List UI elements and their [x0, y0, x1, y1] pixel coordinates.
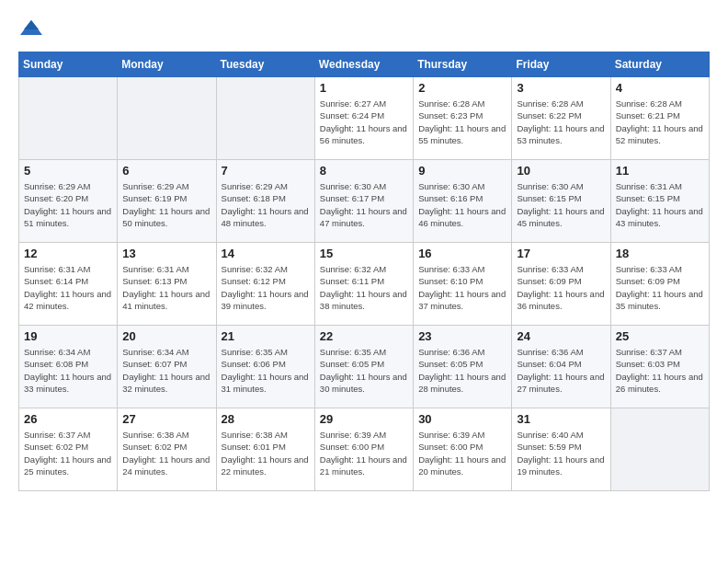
- calendar-cell: 19Sunrise: 6:34 AM Sunset: 6:08 PM Dayli…: [19, 326, 118, 408]
- day-info: Sunrise: 6:39 AM Sunset: 6:00 PM Dayligh…: [418, 429, 506, 477]
- weekday-header-sunday: Sunday: [19, 52, 118, 77]
- day-number: 20: [122, 329, 210, 343]
- day-info: Sunrise: 6:32 AM Sunset: 6:12 PM Dayligh…: [222, 263, 310, 312]
- day-info: Sunrise: 6:40 AM Sunset: 5:59 PM Dayligh…: [517, 429, 605, 477]
- calendar-table: SundayMondayTuesdayWednesdayThursdayFrid…: [18, 52, 710, 491]
- calendar-cell: 10Sunrise: 6:30 AM Sunset: 6:15 PM Dayli…: [512, 160, 610, 243]
- logo: [18, 18, 44, 37]
- day-info: Sunrise: 6:29 AM Sunset: 6:18 PM Dayligh…: [222, 180, 310, 229]
- day-info: Sunrise: 6:39 AM Sunset: 6:00 PM Dayligh…: [320, 429, 408, 477]
- calendar-cell: 30Sunrise: 6:39 AM Sunset: 6:00 PM Dayli…: [414, 408, 512, 491]
- calendar-cell: 2Sunrise: 6:28 AM Sunset: 6:23 PM Daylig…: [414, 77, 512, 160]
- day-number: 17: [517, 247, 605, 260]
- day-info: Sunrise: 6:32 AM Sunset: 6:11 PM Dayligh…: [320, 263, 408, 312]
- day-info: Sunrise: 6:28 AM Sunset: 6:23 PM Dayligh…: [418, 98, 506, 146]
- calendar-cell: 18Sunrise: 6:33 AM Sunset: 6:09 PM Dayli…: [610, 243, 709, 326]
- day-number: 15: [320, 247, 408, 260]
- calendar-cell: [216, 77, 314, 160]
- day-number: 1: [320, 81, 408, 95]
- svg-marker-1: [24, 20, 39, 29]
- generalblue-icon: [18, 18, 44, 37]
- calendar-cell: 8Sunrise: 6:30 AM Sunset: 6:17 PM Daylig…: [314, 160, 413, 243]
- calendar-cell: 6Sunrise: 6:29 AM Sunset: 6:19 PM Daylig…: [118, 160, 216, 243]
- day-number: 3: [517, 81, 605, 95]
- day-number: 14: [222, 247, 310, 260]
- calendar-cell: 20Sunrise: 6:34 AM Sunset: 6:07 PM Dayli…: [118, 326, 216, 408]
- day-info: Sunrise: 6:30 AM Sunset: 6:17 PM Dayligh…: [320, 180, 408, 229]
- day-info: Sunrise: 6:33 AM Sunset: 6:09 PM Dayligh…: [517, 263, 605, 312]
- day-number: 22: [320, 329, 408, 343]
- day-number: 9: [418, 164, 506, 178]
- day-info: Sunrise: 6:28 AM Sunset: 6:22 PM Dayligh…: [517, 98, 605, 146]
- day-number: 11: [616, 164, 704, 178]
- day-info: Sunrise: 6:30 AM Sunset: 6:15 PM Dayligh…: [517, 180, 605, 229]
- day-info: Sunrise: 6:27 AM Sunset: 6:24 PM Dayligh…: [320, 98, 408, 146]
- day-number: 29: [320, 412, 408, 426]
- calendar-cell: 15Sunrise: 6:32 AM Sunset: 6:11 PM Dayli…: [314, 243, 413, 326]
- day-number: 21: [222, 329, 310, 343]
- day-info: Sunrise: 6:29 AM Sunset: 6:20 PM Dayligh…: [24, 180, 112, 229]
- day-info: Sunrise: 6:31 AM Sunset: 6:13 PM Dayligh…: [122, 263, 210, 312]
- weekday-header-wednesday: Wednesday: [314, 52, 413, 77]
- calendar-cell: 4Sunrise: 6:28 AM Sunset: 6:21 PM Daylig…: [610, 77, 709, 160]
- calendar-cell: 5Sunrise: 6:29 AM Sunset: 6:20 PM Daylig…: [19, 160, 118, 243]
- calendar-cell: 16Sunrise: 6:33 AM Sunset: 6:10 PM Dayli…: [414, 243, 512, 326]
- day-number: 24: [517, 329, 605, 343]
- calendar-cell: 17Sunrise: 6:33 AM Sunset: 6:09 PM Dayli…: [512, 243, 610, 326]
- day-info: Sunrise: 6:28 AM Sunset: 6:21 PM Dayligh…: [616, 98, 704, 146]
- day-number: 31: [517, 412, 605, 426]
- day-number: 7: [222, 164, 310, 178]
- day-info: Sunrise: 6:35 AM Sunset: 6:05 PM Dayligh…: [320, 346, 408, 395]
- calendar-cell: 23Sunrise: 6:36 AM Sunset: 6:05 PM Dayli…: [414, 326, 512, 408]
- weekday-header-saturday: Saturday: [610, 52, 709, 77]
- calendar-cell: [118, 77, 216, 160]
- day-info: Sunrise: 6:35 AM Sunset: 6:06 PM Dayligh…: [222, 346, 310, 395]
- day-info: Sunrise: 6:37 AM Sunset: 6:03 PM Dayligh…: [616, 346, 704, 395]
- day-number: 25: [616, 329, 704, 343]
- calendar-cell: 9Sunrise: 6:30 AM Sunset: 6:16 PM Daylig…: [414, 160, 512, 243]
- calendar-cell: 28Sunrise: 6:38 AM Sunset: 6:01 PM Dayli…: [216, 408, 314, 491]
- page-header: [18, 18, 710, 37]
- calendar-cell: 22Sunrise: 6:35 AM Sunset: 6:05 PM Dayli…: [314, 326, 413, 408]
- day-info: Sunrise: 6:30 AM Sunset: 6:16 PM Dayligh…: [418, 180, 506, 229]
- day-number: 10: [517, 164, 605, 178]
- calendar-cell: 3Sunrise: 6:28 AM Sunset: 6:22 PM Daylig…: [512, 77, 610, 160]
- calendar-cell: 31Sunrise: 6:40 AM Sunset: 5:59 PM Dayli…: [512, 408, 610, 491]
- day-number: 5: [24, 164, 112, 178]
- calendar-cell: [19, 77, 118, 160]
- calendar-cell: 7Sunrise: 6:29 AM Sunset: 6:18 PM Daylig…: [216, 160, 314, 243]
- day-info: Sunrise: 6:31 AM Sunset: 6:15 PM Dayligh…: [616, 180, 704, 229]
- calendar-cell: 12Sunrise: 6:31 AM Sunset: 6:14 PM Dayli…: [19, 243, 118, 326]
- weekday-header-monday: Monday: [118, 52, 216, 77]
- day-number: 28: [222, 412, 310, 426]
- calendar-cell: 27Sunrise: 6:38 AM Sunset: 6:02 PM Dayli…: [118, 408, 216, 491]
- day-info: Sunrise: 6:31 AM Sunset: 6:14 PM Dayligh…: [24, 263, 112, 312]
- day-number: 19: [24, 329, 112, 343]
- day-info: Sunrise: 6:34 AM Sunset: 6:08 PM Dayligh…: [24, 346, 112, 395]
- calendar-cell: [610, 408, 709, 491]
- calendar-cell: 13Sunrise: 6:31 AM Sunset: 6:13 PM Dayli…: [118, 243, 216, 326]
- calendar-cell: 25Sunrise: 6:37 AM Sunset: 6:03 PM Dayli…: [610, 326, 709, 408]
- day-info: Sunrise: 6:29 AM Sunset: 6:19 PM Dayligh…: [122, 180, 210, 229]
- day-number: 27: [122, 412, 210, 426]
- day-number: 26: [24, 412, 112, 426]
- day-info: Sunrise: 6:38 AM Sunset: 6:01 PM Dayligh…: [222, 429, 310, 477]
- weekday-header-friday: Friday: [512, 52, 610, 77]
- day-number: 6: [122, 164, 210, 178]
- day-info: Sunrise: 6:36 AM Sunset: 6:05 PM Dayligh…: [418, 346, 506, 395]
- calendar-cell: 29Sunrise: 6:39 AM Sunset: 6:00 PM Dayli…: [314, 408, 413, 491]
- calendar-cell: 14Sunrise: 6:32 AM Sunset: 6:12 PM Dayli…: [216, 243, 314, 326]
- day-number: 8: [320, 164, 408, 178]
- day-number: 18: [616, 247, 704, 260]
- calendar-cell: 11Sunrise: 6:31 AM Sunset: 6:15 PM Dayli…: [610, 160, 709, 243]
- day-info: Sunrise: 6:34 AM Sunset: 6:07 PM Dayligh…: [122, 346, 210, 395]
- day-number: 23: [418, 329, 506, 343]
- day-number: 12: [24, 247, 112, 260]
- weekday-header-thursday: Thursday: [414, 52, 512, 77]
- day-info: Sunrise: 6:33 AM Sunset: 6:10 PM Dayligh…: [418, 263, 506, 312]
- day-number: 16: [418, 247, 506, 260]
- day-number: 13: [122, 247, 210, 260]
- calendar-cell: 24Sunrise: 6:36 AM Sunset: 6:04 PM Dayli…: [512, 326, 610, 408]
- calendar-cell: 21Sunrise: 6:35 AM Sunset: 6:06 PM Dayli…: [216, 326, 314, 408]
- day-info: Sunrise: 6:37 AM Sunset: 6:02 PM Dayligh…: [24, 429, 112, 477]
